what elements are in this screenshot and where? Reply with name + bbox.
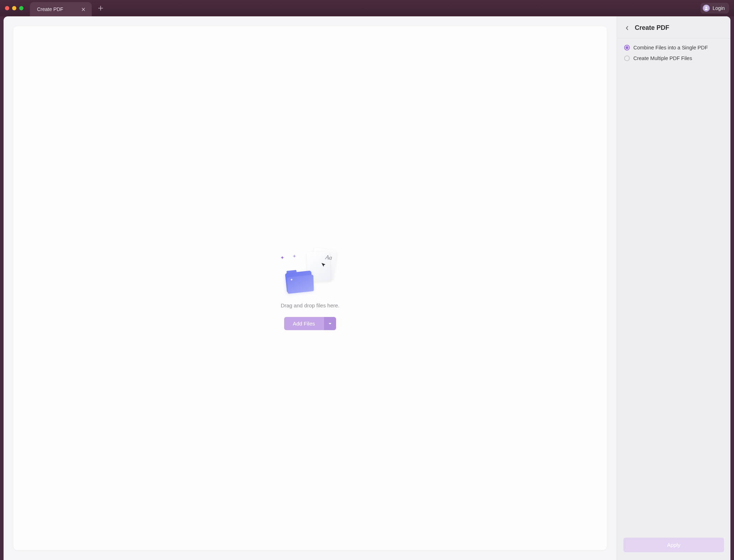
option-create-multiple[interactable]: Create Multiple PDF Files bbox=[624, 55, 723, 61]
sparkle-icon: ✦ bbox=[292, 253, 297, 259]
panel-title: Create PDF bbox=[635, 24, 669, 32]
sample-text-icon: Aa bbox=[325, 254, 333, 262]
main-pane: Aa ✦ ✦ ✦ Drag and drop files here. Add F… bbox=[4, 16, 617, 560]
cursor-icon bbox=[320, 262, 328, 270]
panel-header: Create PDF bbox=[617, 16, 730, 38]
tab-label: Create PDF bbox=[37, 6, 63, 12]
add-files-button[interactable]: Add Files bbox=[284, 317, 324, 330]
minimize-window-button[interactable] bbox=[12, 6, 16, 10]
option-label: Create Multiple PDF Files bbox=[633, 55, 692, 61]
close-window-button[interactable] bbox=[5, 6, 9, 10]
drop-hint-text: Drag and drop files here. bbox=[281, 302, 339, 308]
add-files-dropdown-button[interactable] bbox=[324, 317, 336, 330]
add-files-group: Add Files bbox=[284, 317, 336, 330]
back-button[interactable] bbox=[624, 25, 631, 31]
option-combine-single[interactable]: Combine Files into a Single PDF bbox=[624, 45, 723, 50]
sparkle-icon: ✦ bbox=[290, 278, 293, 282]
login-label: Login bbox=[713, 5, 725, 11]
svg-point-0 bbox=[706, 7, 707, 8]
create-mode-options: Combine Files into a Single PDF Create M… bbox=[617, 38, 730, 68]
side-panel: Create PDF Combine Files into a Single P… bbox=[617, 16, 730, 560]
app-window: Create PDF Login Aa bbox=[0, 0, 734, 560]
chevron-left-icon bbox=[626, 26, 629, 31]
folder-illustration: Aa ✦ ✦ ✦ bbox=[282, 246, 339, 296]
maximize-window-button[interactable] bbox=[19, 6, 23, 10]
titlebar: Create PDF Login bbox=[0, 0, 734, 16]
caret-down-icon bbox=[328, 322, 332, 325]
new-tab-button[interactable] bbox=[95, 3, 106, 14]
radio-icon bbox=[624, 45, 630, 50]
avatar-icon bbox=[703, 5, 710, 12]
radio-icon bbox=[624, 55, 630, 61]
sparkle-icon: ✦ bbox=[280, 255, 284, 260]
apply-button[interactable]: Apply bbox=[623, 538, 724, 552]
app-body: Aa ✦ ✦ ✦ Drag and drop files here. Add F… bbox=[4, 16, 730, 560]
login-button[interactable]: Login bbox=[701, 3, 729, 14]
tab-create-pdf[interactable]: Create PDF bbox=[30, 2, 92, 16]
close-tab-button[interactable] bbox=[80, 6, 87, 12]
option-label: Combine Files into a Single PDF bbox=[633, 45, 708, 50]
drop-zone[interactable]: Aa ✦ ✦ ✦ Drag and drop files here. Add F… bbox=[14, 26, 607, 550]
window-controls bbox=[5, 6, 23, 10]
